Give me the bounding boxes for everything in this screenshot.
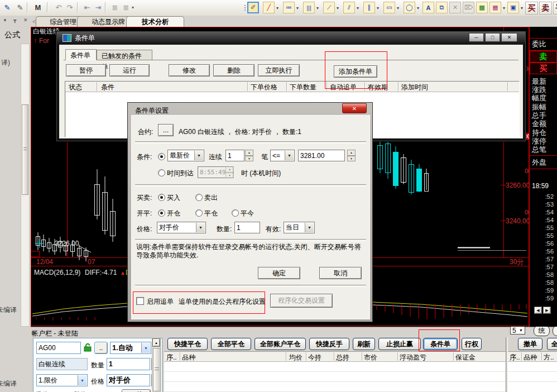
spin-down-icon[interactable]: ▼ [245, 156, 253, 162]
cancel-button[interactable]: 取消 [319, 267, 362, 279]
ok-button[interactable]: 确定 [258, 267, 300, 279]
window-titlebar[interactable]: 条件单 [57, 32, 525, 44]
tool-text-lines-icon[interactable]: ≔ [283, 2, 295, 13]
tool-save-icon[interactable]: ▣ [507, 2, 519, 13]
col-product[interactable]: 品种 [524, 353, 537, 362]
undo-icon[interactable]: ↶ [53, 2, 64, 13]
qty-input[interactable]: 1 [234, 222, 260, 233]
period-label[interactable]: 30分 [510, 258, 524, 266]
tool-ellipse-dropdown-icon[interactable]: ▾ [417, 6, 419, 11]
spin-up-icon[interactable]: ▲ [347, 150, 356, 156]
pane-close-icon[interactable]: ✕ [23, 17, 28, 23]
page-size-select[interactable]: 5 ▼ [510, 326, 525, 334]
col-avg-price[interactable]: 均价 [289, 353, 302, 362]
quick-reverse-button[interactable]: 快捷反手 [309, 338, 349, 350]
consecutive-spinner[interactable]: ▲ ▼ [245, 150, 253, 161]
col-floating-pl[interactable]: 浮动盈亏 [400, 353, 426, 362]
tool-label-icon[interactable]: A [422, 2, 434, 13]
tool-rectangle-icon[interactable]: ▭ [383, 2, 395, 13]
contract-browse-button[interactable]: .. [94, 342, 108, 354]
tool-save-dropdown-icon[interactable]: ▾ [521, 6, 523, 11]
scroll-up-icon[interactable]: ▲ [152, 338, 160, 347]
col-today-position[interactable]: 今持 [308, 353, 321, 362]
col-validity[interactable]: 有效期 [368, 83, 388, 92]
tool-palette-icon[interactable]: ▦ [489, 2, 501, 13]
order-type-select[interactable]: 1.限价 ▼ [36, 374, 88, 386]
spin-up-icon[interactable]: ▲ [245, 150, 253, 156]
tool-fill-icon[interactable]: ▩ [476, 2, 488, 13]
flat-toolbar-button[interactable]: 平 [553, 2, 557, 15]
open-radio[interactable] [158, 209, 165, 217]
consecutive-input[interactable]: 1 [225, 150, 244, 161]
pause-button[interactable]: 暂停 [66, 64, 106, 77]
combo-arrow-icon[interactable]: ▼ [285, 151, 294, 160]
tool-parallel-dropdown-icon[interactable]: ▾ [377, 6, 379, 11]
close-icon[interactable]: ✕ [501, 33, 517, 42]
pane-pin-icon[interactable]: ┳ [13, 17, 16, 23]
execute-now-button[interactable]: 立即执行 [258, 64, 300, 77]
buy-radio[interactable] [158, 194, 165, 201]
tool-vline-dropdown-icon[interactable]: ▾ [316, 6, 319, 11]
order-panel-scrollbar[interactable]: ▲ [152, 338, 161, 392]
positions-table[interactable]: 序.. 品种 均价 今持 总持 市价 浮动盈亏 保证金 [164, 351, 506, 392]
contract-picker-button[interactable]: ... [158, 124, 174, 136]
sidebar-item-fragment[interactable]: 译) [1, 58, 10, 68]
col-order-price[interactable]: 下单价格 [251, 83, 277, 92]
tool-select-icon[interactable]: ✐ [247, 2, 259, 13]
col-market-price[interactable]: 市价 [364, 353, 377, 362]
col-seq[interactable]: 序.. [510, 353, 520, 362]
modify-button[interactable]: 修改 [169, 64, 210, 77]
col-add-time[interactable]: 添加时间 [401, 83, 428, 92]
draw-pencil-icon[interactable]: ✎ [2, 2, 13, 13]
col-status[interactable]: 状态 [69, 83, 82, 92]
quote-buy-cell[interactable]: 买 [530, 63, 557, 74]
redo-icon[interactable]: ↷ [64, 2, 75, 13]
col-margin[interactable]: 保证金 [455, 353, 476, 362]
tool-vertical-lines-icon[interactable]: ||| [303, 2, 315, 13]
quick-close-button[interactable]: 快捷平仓 [167, 338, 208, 350]
bank-quick-button[interactable]: 银 [553, 326, 557, 336]
tool-rect-dropdown-icon[interactable]: ▾ [397, 6, 399, 11]
tab-triggered-orders[interactable]: 已触发的条件单 [97, 50, 152, 60]
trigger-price-spinner[interactable]: ▲ ▼ [347, 150, 356, 161]
sell-radio[interactable] [195, 194, 203, 201]
tool-channel-icon[interactable]: ⫽ [343, 2, 355, 13]
contract-code-input[interactable]: AG00 [36, 342, 81, 354]
tool-line-icon[interactable]: ╱ [263, 2, 275, 13]
combo-arrow-icon[interactable]: ▼ [305, 223, 314, 232]
tool-parallel-icon[interactable]: ∥ [363, 2, 375, 13]
combo-arrow-icon[interactable]: ▼ [196, 223, 205, 232]
dialog-close-icon[interactable]: ✕ [342, 103, 367, 113]
buy-toolbar-button[interactable]: 买 [525, 2, 538, 15]
tab-technical-analysis[interactable]: 技术分析 [126, 16, 184, 27]
delete-button[interactable]: 删除 [213, 64, 255, 77]
run-button[interactable]: 运行 [109, 64, 150, 77]
time-condition-radio[interactable] [158, 169, 165, 176]
exercise-button[interactable]: 行权 [462, 338, 482, 350]
col-order-qty[interactable]: 下单数量 [290, 83, 316, 92]
sidebar-scrollbar[interactable] [21, 44, 30, 327]
tool-line-dropdown-icon[interactable]: ▾ [276, 6, 278, 11]
operator-select[interactable]: <= ▼ [270, 150, 295, 161]
tool-fan-dropdown-icon[interactable]: ▾ [337, 6, 339, 11]
refresh-button[interactable]: 刷新 [353, 338, 375, 350]
cancel-all-button[interactable]: 全撤 [547, 338, 557, 350]
scrollbar-thumb[interactable] [22, 104, 28, 195]
price-condition-radio[interactable] [158, 153, 165, 160]
col-direction[interactable]: 方.. [544, 353, 554, 362]
pane-collapse-icon[interactable]: ▼ [3, 18, 7, 23]
sell-toolbar-button[interactable]: 卖 [539, 2, 552, 15]
tool-fan-lines-icon[interactable]: ⟋ [323, 2, 335, 13]
tool-text-dropdown-icon[interactable]: ▾ [296, 6, 299, 11]
combo-arrow-icon[interactable]: ▼ [519, 328, 523, 332]
close-all-accounts-button[interactable]: 全部账户平仓 [255, 338, 306, 350]
col-seq[interactable]: 序.. [166, 353, 177, 362]
trigger-price-input[interactable]: 3281.00 [298, 150, 345, 161]
price-type-select[interactable]: 最新价 ▼ [167, 150, 204, 161]
close-radio[interactable] [195, 209, 203, 217]
toolbar-overflow-icon[interactable]: ▾ [130, 2, 136, 13]
quote-scroll-left-icon[interactable]: ◀ [534, 307, 542, 314]
conditional-order-button[interactable]: 条件单 [423, 338, 458, 350]
stats-quick-button[interactable]: 统 [534, 326, 550, 336]
combo-arrow-icon[interactable]: ▼ [194, 151, 203, 160]
